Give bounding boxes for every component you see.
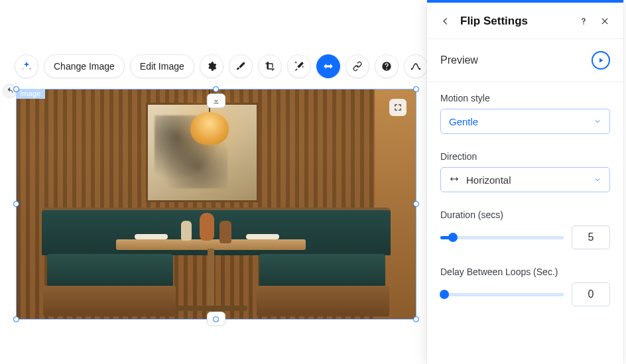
resize-handle[interactable] bbox=[413, 86, 419, 92]
motion-style-select[interactable]: Gentle bbox=[440, 109, 610, 134]
sparkle-icon[interactable] bbox=[15, 54, 38, 78]
restaurant-image bbox=[17, 90, 416, 319]
preview-label: Preview bbox=[440, 54, 478, 66]
resize-handle[interactable] bbox=[13, 86, 19, 92]
direction-label: Direction bbox=[440, 151, 610, 162]
image-toolbar: Change Image Edit Image bbox=[15, 54, 428, 78]
flip-settings-panel: Flip Settings Preview Motion style Gentl… bbox=[427, 0, 623, 364]
resize-handle[interactable] bbox=[413, 316, 419, 322]
horizontal-arrows-icon bbox=[449, 174, 460, 186]
panel-title: Flip Settings bbox=[460, 15, 569, 28]
expand-icon[interactable] bbox=[389, 99, 407, 116]
download-top-icon[interactable] bbox=[207, 93, 225, 108]
preview-play-button[interactable] bbox=[592, 51, 610, 70]
link-icon[interactable] bbox=[345, 54, 369, 78]
panel-help-icon[interactable] bbox=[577, 15, 590, 28]
duration-slider[interactable] bbox=[440, 231, 564, 244]
direction-value: Horizontal bbox=[466, 174, 511, 186]
help-icon[interactable] bbox=[375, 54, 399, 78]
flip-animation-icon[interactable] bbox=[316, 54, 340, 78]
delay-label: Delay Between Loops (Sec.) bbox=[440, 267, 610, 277]
motion-style-label: Motion style bbox=[440, 93, 610, 103]
resize-handle[interactable] bbox=[13, 201, 19, 207]
selection-type-label: Image bbox=[16, 89, 45, 99]
edit-image-button[interactable]: Edit Image bbox=[130, 54, 194, 78]
direction-select[interactable]: Horizontal bbox=[440, 167, 610, 192]
crop-icon[interactable] bbox=[258, 54, 282, 78]
svg-point-1 bbox=[410, 68, 412, 70]
path-icon[interactable] bbox=[404, 54, 428, 78]
resize-handle[interactable] bbox=[13, 316, 19, 322]
resize-handle[interactable] bbox=[213, 86, 219, 92]
delay-slider[interactable] bbox=[440, 288, 564, 301]
duration-label: Duration (secs) bbox=[440, 210, 610, 220]
change-image-button[interactable]: Change Image bbox=[44, 54, 125, 78]
resize-handle[interactable] bbox=[413, 201, 419, 207]
chevron-down-icon bbox=[594, 174, 601, 186]
delay-input[interactable]: 0 bbox=[572, 282, 610, 306]
back-button[interactable] bbox=[439, 15, 452, 28]
motion-style-value: Gentle bbox=[449, 116, 478, 127]
svg-point-2 bbox=[418, 68, 420, 70]
settings-icon[interactable] bbox=[200, 54, 223, 78]
magic-wand-icon[interactable] bbox=[287, 54, 311, 78]
resize-handle[interactable] bbox=[213, 316, 219, 322]
close-button[interactable] bbox=[598, 15, 611, 28]
image-selection-frame[interactable]: Image bbox=[16, 89, 416, 320]
brush-icon[interactable] bbox=[229, 54, 253, 78]
duration-input[interactable]: 5 bbox=[572, 225, 610, 249]
chevron-down-icon bbox=[594, 116, 601, 127]
